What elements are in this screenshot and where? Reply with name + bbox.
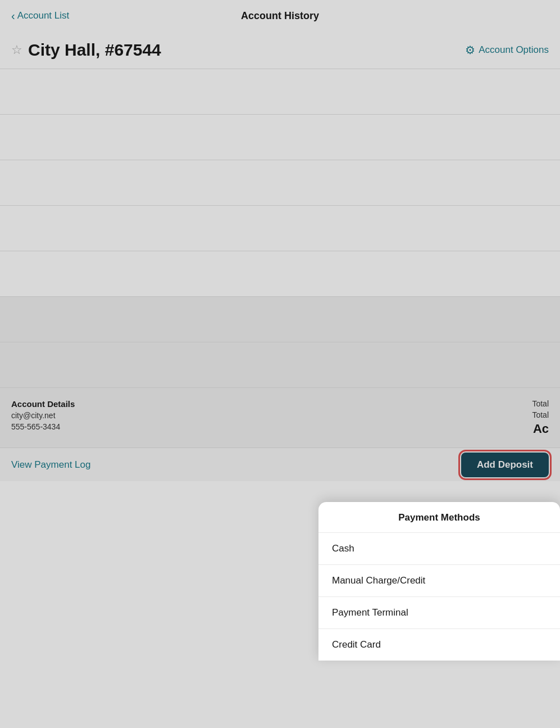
payment-methods-modal: Payment Methods Cash Manual Charge/Credi… — [318, 502, 560, 661]
back-chevron-icon: ‹ — [11, 10, 15, 22]
modal-title: Payment Methods — [398, 512, 480, 523]
totals-section: Total Total Ac — [532, 399, 549, 436]
account-options-button[interactable]: ⚙ Account Options — [465, 43, 549, 57]
total-row-1: Total — [532, 399, 549, 408]
row-1 — [0, 69, 560, 114]
account-title-row: ☆ City Hall, #67544 ⚙ Account Options — [0, 31, 560, 69]
payment-method-cash[interactable]: Cash — [318, 533, 560, 565]
row-3 — [0, 160, 560, 205]
payment-method-credit-card[interactable]: Credit Card — [318, 629, 560, 661]
star-icon[interactable]: ☆ — [11, 43, 22, 57]
account-details-title: Account Details — [11, 399, 75, 409]
back-button[interactable]: ‹ Account List — [11, 10, 69, 22]
account-name-group: ☆ City Hall, #67544 — [11, 40, 161, 60]
total-row-2: Total — [532, 410, 549, 419]
account-phone: 555-565-3434 — [11, 422, 75, 431]
header: ‹ Account List Account History — [0, 0, 560, 31]
account-name: City Hall, #67544 — [28, 40, 161, 60]
modal-header: Payment Methods — [318, 502, 560, 533]
row-6 — [0, 297, 560, 342]
gear-icon: ⚙ — [465, 43, 475, 57]
view-payment-log-button[interactable]: View Payment Log — [11, 459, 90, 471]
row-7 — [0, 342, 560, 387]
account-options-label: Account Options — [479, 44, 549, 56]
account-email: city@city.net — [11, 411, 75, 420]
row-2 — [0, 115, 560, 160]
row-4 — [0, 206, 560, 251]
page-title: Account History — [241, 10, 319, 22]
add-deposit-button[interactable]: Add Deposit — [461, 453, 549, 477]
row-5 — [0, 251, 560, 296]
back-label: Account List — [17, 10, 70, 21]
account-footer: Account Details city@city.net 555-565-34… — [0, 388, 560, 447]
account-balance: Ac — [533, 422, 549, 436]
content-area — [0, 69, 560, 388]
payment-method-terminal[interactable]: Payment Terminal — [318, 597, 560, 629]
payment-method-manual-charge[interactable]: Manual Charge/Credit — [318, 565, 560, 597]
action-bar: View Payment Log Add Deposit — [0, 447, 560, 481]
account-details-section: Account Details city@city.net 555-565-34… — [11, 399, 75, 431]
